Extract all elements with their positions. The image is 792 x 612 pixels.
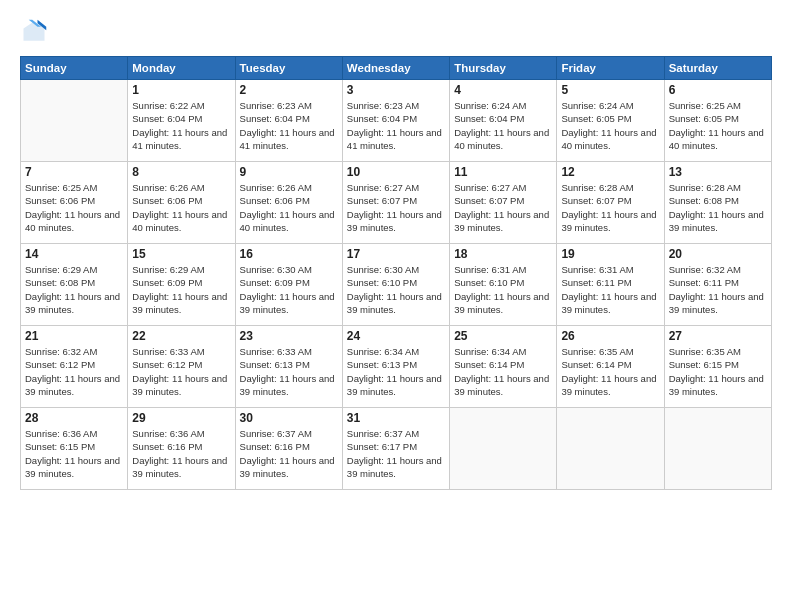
sunset-text: Sunset: 6:07 PM <box>561 194 659 207</box>
sunset-text: Sunset: 6:16 PM <box>132 440 230 453</box>
day-number: 9 <box>240 165 338 179</box>
calendar-cell: 25Sunrise: 6:34 AMSunset: 6:14 PMDayligh… <box>450 326 557 408</box>
day-number: 3 <box>347 83 445 97</box>
sunset-text: Sunset: 6:11 PM <box>561 276 659 289</box>
calendar-cell: 26Sunrise: 6:35 AMSunset: 6:14 PMDayligh… <box>557 326 664 408</box>
calendar-cell: 11Sunrise: 6:27 AMSunset: 6:07 PMDayligh… <box>450 162 557 244</box>
calendar-table: SundayMondayTuesdayWednesdayThursdayFrid… <box>20 56 772 490</box>
calendar-cell: 17Sunrise: 6:30 AMSunset: 6:10 PMDayligh… <box>342 244 449 326</box>
sunset-text: Sunset: 6:12 PM <box>25 358 123 371</box>
calendar-cell: 28Sunrise: 6:36 AMSunset: 6:15 PMDayligh… <box>21 408 128 490</box>
daylight-text: Daylight: 11 hours and 39 minutes. <box>347 454 445 481</box>
day-number: 31 <box>347 411 445 425</box>
sunset-text: Sunset: 6:10 PM <box>347 276 445 289</box>
daylight-text: Daylight: 11 hours and 39 minutes. <box>561 208 659 235</box>
sunrise-text: Sunrise: 6:25 AM <box>25 181 123 194</box>
sunrise-text: Sunrise: 6:37 AM <box>240 427 338 440</box>
sunrise-text: Sunrise: 6:26 AM <box>132 181 230 194</box>
calendar-cell: 14Sunrise: 6:29 AMSunset: 6:08 PMDayligh… <box>21 244 128 326</box>
day-number: 1 <box>132 83 230 97</box>
day-number: 11 <box>454 165 552 179</box>
day-of-week-header: Wednesday <box>342 57 449 80</box>
calendar-cell: 2Sunrise: 6:23 AMSunset: 6:04 PMDaylight… <box>235 80 342 162</box>
daylight-text: Daylight: 11 hours and 39 minutes. <box>240 372 338 399</box>
logo-icon <box>20 18 48 46</box>
calendar-cell: 31Sunrise: 6:37 AMSunset: 6:17 PMDayligh… <box>342 408 449 490</box>
daylight-text: Daylight: 11 hours and 41 minutes. <box>132 126 230 153</box>
daylight-text: Daylight: 11 hours and 39 minutes. <box>25 372 123 399</box>
sunset-text: Sunset: 6:05 PM <box>669 112 767 125</box>
sunrise-text: Sunrise: 6:24 AM <box>561 99 659 112</box>
sunrise-text: Sunrise: 6:28 AM <box>669 181 767 194</box>
sunrise-text: Sunrise: 6:31 AM <box>454 263 552 276</box>
sunrise-text: Sunrise: 6:34 AM <box>454 345 552 358</box>
day-number: 7 <box>25 165 123 179</box>
sunrise-text: Sunrise: 6:36 AM <box>132 427 230 440</box>
calendar-cell: 30Sunrise: 6:37 AMSunset: 6:16 PMDayligh… <box>235 408 342 490</box>
calendar-cell: 12Sunrise: 6:28 AMSunset: 6:07 PMDayligh… <box>557 162 664 244</box>
calendar-cell: 19Sunrise: 6:31 AMSunset: 6:11 PMDayligh… <box>557 244 664 326</box>
sunset-text: Sunset: 6:17 PM <box>347 440 445 453</box>
sunset-text: Sunset: 6:15 PM <box>669 358 767 371</box>
sunset-text: Sunset: 6:15 PM <box>25 440 123 453</box>
sunset-text: Sunset: 6:04 PM <box>454 112 552 125</box>
sunset-text: Sunset: 6:13 PM <box>240 358 338 371</box>
daylight-text: Daylight: 11 hours and 39 minutes. <box>669 290 767 317</box>
sunset-text: Sunset: 6:06 PM <box>240 194 338 207</box>
calendar-cell: 4Sunrise: 6:24 AMSunset: 6:04 PMDaylight… <box>450 80 557 162</box>
day-number: 19 <box>561 247 659 261</box>
sunrise-text: Sunrise: 6:32 AM <box>25 345 123 358</box>
daylight-text: Daylight: 11 hours and 40 minutes. <box>132 208 230 235</box>
daylight-text: Daylight: 11 hours and 40 minutes. <box>25 208 123 235</box>
calendar-cell <box>450 408 557 490</box>
calendar-page: SundayMondayTuesdayWednesdayThursdayFrid… <box>0 0 792 612</box>
daylight-text: Daylight: 11 hours and 39 minutes. <box>347 290 445 317</box>
sunset-text: Sunset: 6:14 PM <box>454 358 552 371</box>
day-number: 27 <box>669 329 767 343</box>
calendar-cell: 5Sunrise: 6:24 AMSunset: 6:05 PMDaylight… <box>557 80 664 162</box>
sunrise-text: Sunrise: 6:34 AM <box>347 345 445 358</box>
calendar-cell <box>664 408 771 490</box>
calendar-cell: 27Sunrise: 6:35 AMSunset: 6:15 PMDayligh… <box>664 326 771 408</box>
calendar-cell: 24Sunrise: 6:34 AMSunset: 6:13 PMDayligh… <box>342 326 449 408</box>
sunrise-text: Sunrise: 6:26 AM <box>240 181 338 194</box>
daylight-text: Daylight: 11 hours and 39 minutes. <box>132 290 230 317</box>
sunrise-text: Sunrise: 6:23 AM <box>240 99 338 112</box>
calendar-cell <box>21 80 128 162</box>
daylight-text: Daylight: 11 hours and 39 minutes. <box>25 454 123 481</box>
calendar-cell: 3Sunrise: 6:23 AMSunset: 6:04 PMDaylight… <box>342 80 449 162</box>
daylight-text: Daylight: 11 hours and 39 minutes. <box>669 208 767 235</box>
daylight-text: Daylight: 11 hours and 40 minutes. <box>669 126 767 153</box>
sunset-text: Sunset: 6:08 PM <box>669 194 767 207</box>
calendar-cell: 10Sunrise: 6:27 AMSunset: 6:07 PMDayligh… <box>342 162 449 244</box>
sunrise-text: Sunrise: 6:22 AM <box>132 99 230 112</box>
calendar-cell: 8Sunrise: 6:26 AMSunset: 6:06 PMDaylight… <box>128 162 235 244</box>
day-number: 22 <box>132 329 230 343</box>
daylight-text: Daylight: 11 hours and 39 minutes. <box>561 290 659 317</box>
calendar-cell: 20Sunrise: 6:32 AMSunset: 6:11 PMDayligh… <box>664 244 771 326</box>
daylight-text: Daylight: 11 hours and 39 minutes. <box>561 372 659 399</box>
sunset-text: Sunset: 6:04 PM <box>347 112 445 125</box>
day-number: 2 <box>240 83 338 97</box>
daylight-text: Daylight: 11 hours and 39 minutes. <box>454 372 552 399</box>
sunset-text: Sunset: 6:16 PM <box>240 440 338 453</box>
sunrise-text: Sunrise: 6:35 AM <box>561 345 659 358</box>
sunrise-text: Sunrise: 6:28 AM <box>561 181 659 194</box>
calendar-cell: 1Sunrise: 6:22 AMSunset: 6:04 PMDaylight… <box>128 80 235 162</box>
daylight-text: Daylight: 11 hours and 40 minutes. <box>240 208 338 235</box>
sunset-text: Sunset: 6:04 PM <box>132 112 230 125</box>
calendar-cell: 7Sunrise: 6:25 AMSunset: 6:06 PMDaylight… <box>21 162 128 244</box>
day-number: 21 <box>25 329 123 343</box>
calendar-week-row: 1Sunrise: 6:22 AMSunset: 6:04 PMDaylight… <box>21 80 772 162</box>
daylight-text: Daylight: 11 hours and 39 minutes. <box>669 372 767 399</box>
sunrise-text: Sunrise: 6:36 AM <box>25 427 123 440</box>
sunrise-text: Sunrise: 6:27 AM <box>347 181 445 194</box>
sunrise-text: Sunrise: 6:23 AM <box>347 99 445 112</box>
calendar-cell: 6Sunrise: 6:25 AMSunset: 6:05 PMDaylight… <box>664 80 771 162</box>
day-of-week-header: Sunday <box>21 57 128 80</box>
sunrise-text: Sunrise: 6:29 AM <box>25 263 123 276</box>
day-number: 24 <box>347 329 445 343</box>
daylight-text: Daylight: 11 hours and 39 minutes. <box>454 208 552 235</box>
calendar-header-row: SundayMondayTuesdayWednesdayThursdayFrid… <box>21 57 772 80</box>
day-number: 16 <box>240 247 338 261</box>
